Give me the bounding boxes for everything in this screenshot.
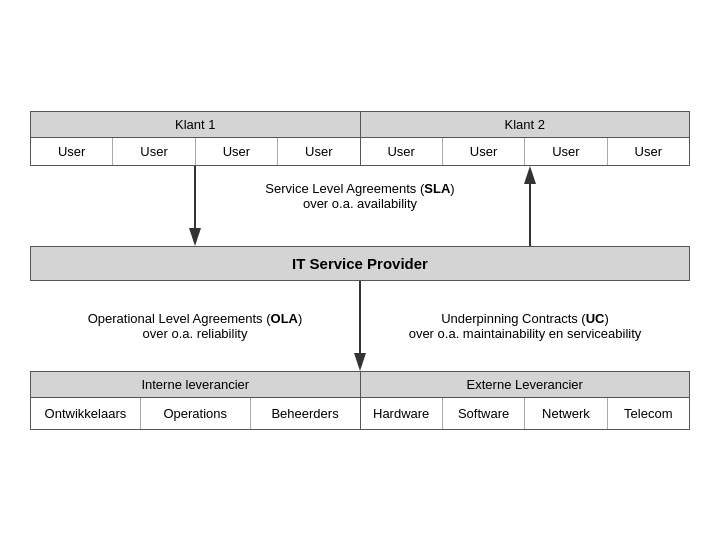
ontwikkelaars-cell: Ontwikkelaars bbox=[31, 398, 141, 429]
uc-text: Underpinning Contracts (UC) over o.a. ma… bbox=[360, 311, 690, 341]
klant1-block: Klant 1 User User User User bbox=[31, 112, 360, 165]
user-cell: User bbox=[113, 138, 195, 165]
sla-text: Service Level Agreements (SLA) over o.a.… bbox=[265, 181, 454, 211]
interne-header: Interne leverancier bbox=[31, 372, 360, 398]
user-cell: User bbox=[278, 138, 359, 165]
operations-cell: Operations bbox=[141, 398, 251, 429]
hardware-cell: Hardware bbox=[361, 398, 443, 429]
uc-line1: Underpinning Contracts (UC) bbox=[380, 311, 670, 326]
klant1-header: Klant 1 bbox=[31, 112, 360, 138]
klant-row: Klant 1 User User User User Klant 2 User… bbox=[30, 111, 690, 166]
agreements-area: Operational Level Agreements (OLA) over … bbox=[30, 281, 690, 371]
externe-block: Externe Leverancier Hardware Software Ne… bbox=[360, 372, 690, 429]
svg-marker-1 bbox=[189, 228, 201, 246]
svg-marker-5 bbox=[354, 353, 366, 371]
telecom-cell: Telecom bbox=[608, 398, 689, 429]
it-provider: IT Service Provider bbox=[30, 246, 690, 281]
netwerk-cell: Netwerk bbox=[525, 398, 607, 429]
user-cell: User bbox=[608, 138, 689, 165]
user-cell: User bbox=[196, 138, 278, 165]
uc-line2: over o.a. maintainability en serviceabil… bbox=[380, 326, 670, 341]
svg-marker-3 bbox=[524, 166, 536, 184]
sla-line2: over o.a. availability bbox=[265, 196, 454, 211]
leverancier-row: Interne leverancier Ontwikkelaars Operat… bbox=[30, 371, 690, 430]
sla-right-arrow bbox=[520, 166, 540, 246]
beheerders-cell: Beheerders bbox=[251, 398, 360, 429]
klant2-header: Klant 2 bbox=[361, 112, 690, 138]
ola-line1: Operational Level Agreements (OLA) bbox=[50, 311, 340, 326]
sla-left-arrow bbox=[185, 166, 205, 246]
externe-cells: Hardware Software Netwerk Telecom bbox=[361, 398, 690, 429]
klant2-block: Klant 2 User User User User bbox=[360, 112, 690, 165]
klant2-users: User User User User bbox=[361, 138, 690, 165]
center-arrow bbox=[350, 281, 370, 371]
ola-line2: over o.a. reliability bbox=[50, 326, 340, 341]
klant1-users: User User User User bbox=[31, 138, 360, 165]
interne-cells: Ontwikkelaars Operations Beheerders bbox=[31, 398, 360, 429]
software-cell: Software bbox=[443, 398, 525, 429]
user-cell: User bbox=[525, 138, 607, 165]
ola-text: Operational Level Agreements (OLA) over … bbox=[30, 311, 360, 341]
user-cell: User bbox=[443, 138, 525, 165]
sla-area: Service Level Agreements (SLA) over o.a.… bbox=[30, 166, 690, 246]
interne-block: Interne leverancier Ontwikkelaars Operat… bbox=[31, 372, 360, 429]
sla-line1: Service Level Agreements (SLA) bbox=[265, 181, 454, 196]
externe-header: Externe Leverancier bbox=[361, 372, 690, 398]
user-cell: User bbox=[361, 138, 443, 165]
diagram: Klant 1 User User User User Klant 2 User… bbox=[30, 111, 690, 430]
user-cell: User bbox=[31, 138, 113, 165]
